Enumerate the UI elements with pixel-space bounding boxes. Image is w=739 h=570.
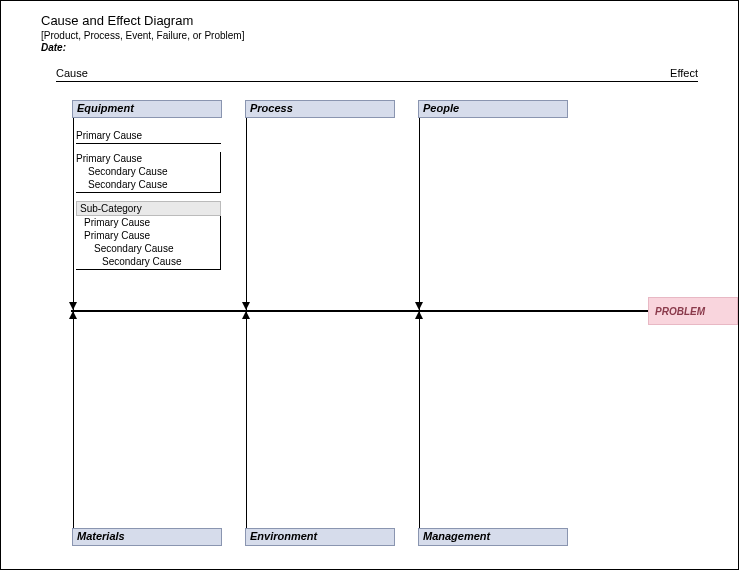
branch-materials: Materials [73,311,223,546]
cause-label: Cause [56,67,88,79]
category-header-environment: Environment [245,528,395,546]
date-label: Date: [41,42,738,53]
branch-line [73,311,74,528]
labels-row: Cause Effect [1,53,738,81]
category-header-people: People [418,100,568,118]
header: Cause and Effect Diagram [Product, Proce… [1,1,738,53]
secondary-cause: Secondary Cause [76,242,220,255]
branch-process: Process [246,100,396,310]
secondary-cause: Secondary Cause [76,165,220,178]
arrow-down-icon [415,302,423,310]
category-header-equipment: Equipment [72,100,222,118]
secondary-cause: Secondary Cause [76,178,220,191]
branch-line [246,311,247,528]
equipment-causes: Primary Cause Primary Cause Secondary Ca… [76,128,221,278]
branch-line [73,118,74,310]
category-header-materials: Materials [72,528,222,546]
fishbone-diagram: PROBLEM Equipment Primary Cause Primary … [71,100,698,560]
branch-people: People [419,100,569,310]
branch-line [419,311,420,528]
branch-line [419,118,420,310]
primary-cause: Primary Cause [76,152,220,165]
branch-management: Management [419,311,569,546]
arrow-down-icon [242,302,250,310]
primary-cause: Primary Cause [76,229,220,242]
category-header-management: Management [418,528,568,546]
subcategory-header: Sub-Category [76,201,221,216]
primary-cause: Primary Cause [76,216,220,229]
category-header-process: Process [245,100,395,118]
effect-label: Effect [670,67,698,79]
primary-cause: Primary Cause [76,128,221,144]
page-title: Cause and Effect Diagram [41,13,738,28]
arrow-down-icon [69,302,77,310]
subtitle: [Product, Process, Event, Failure, or Pr… [41,30,738,41]
cause-block: Primary Cause Primary Cause Secondary Ca… [76,216,221,270]
branch-line [246,118,247,310]
branch-equipment: Equipment Primary Cause Primary Cause Se… [73,100,223,310]
problem-box: PROBLEM [648,297,738,325]
cause-block: Primary Cause Secondary Cause Secondary … [76,152,221,193]
divider [56,81,698,82]
secondary-cause: Secondary Cause [76,255,220,268]
branch-environment: Environment [246,311,396,546]
